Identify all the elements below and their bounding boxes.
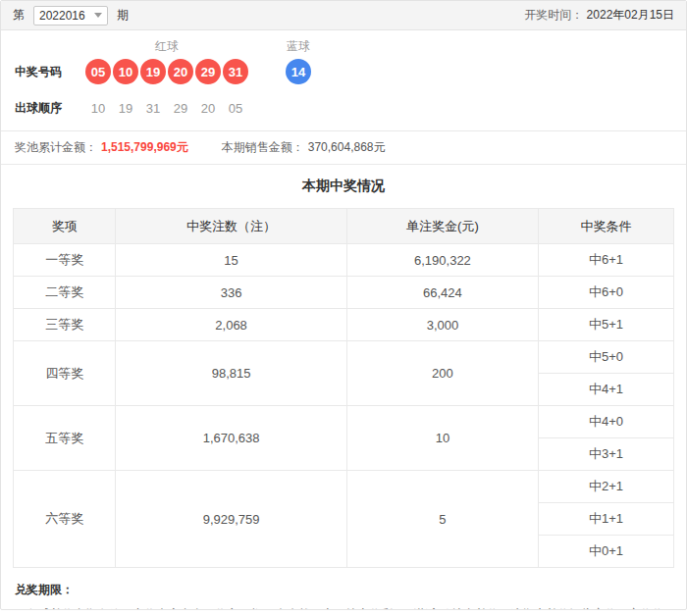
draw-order-number: 19: [113, 101, 138, 116]
prize-table-section: 本期中奖情况 奖项 中奖注数（注） 单注奖金(元) 中奖条件 一等奖 15 6,…: [1, 165, 686, 568]
winning-numbers-section: 红球 蓝球 中奖号码 05 10 19 20 29 31 14 出球顺序 10 …: [1, 30, 686, 118]
prize-condition: 中3+1: [539, 438, 674, 471]
prize-amount: 3,000: [346, 309, 538, 341]
prize-name: 三等奖: [14, 309, 116, 341]
blue-ball: 14: [286, 59, 311, 84]
redemption-notice: 兑奖期限： 双色球兑奖当期有效。中奖者应当自开奖之日起60个自然日内，持中奖彩票…: [1, 568, 686, 610]
column-header-amount: 单注奖金(元): [346, 209, 538, 244]
column-header-count: 中奖注数（注）: [116, 209, 347, 244]
prize-name: 二等奖: [14, 277, 116, 309]
table-row: 五等奖 1,670,638 10 中4+0: [14, 406, 674, 438]
prize-count: 1,670,638: [116, 406, 347, 471]
table-row: 三等奖 2,068 3,000 中5+1: [14, 309, 674, 341]
amounts-row: 奖池累计金额： 1,515,799,969元 本期销售金额： 370,604,8…: [1, 130, 686, 165]
table-row: 一等奖 15 6,190,322 中6+1: [14, 244, 674, 277]
red-balls-group: 05 10 19 20 29 31: [85, 59, 248, 84]
draw-order-label: 出球顺序: [15, 100, 85, 117]
red-ball: 19: [140, 59, 166, 84]
period-suffix-label: 期: [117, 7, 129, 24]
prize-table: 奖项 中奖注数（注） 单注奖金(元) 中奖条件 一等奖 15 6,190,322…: [13, 208, 674, 568]
draw-order-number: 31: [140, 101, 166, 116]
prize-condition: 中6+0: [539, 277, 674, 309]
period-prefix-label: 第: [13, 7, 25, 24]
chevron-down-icon: [94, 13, 102, 18]
prize-amount: 66,424: [346, 277, 538, 309]
prize-name: 六等奖: [14, 471, 116, 568]
sales-amount-label: 本期销售金额：: [222, 139, 304, 156]
prize-condition: 中1+1: [539, 503, 674, 536]
draw-time-label: 开奖时间：: [524, 8, 583, 22]
prize-condition: 中2+1: [539, 471, 674, 503]
red-ball: 20: [168, 59, 193, 84]
draw-order-number: 05: [223, 101, 248, 116]
prize-count: 336: [116, 277, 347, 309]
red-balls-group-label: 红球: [85, 38, 248, 55]
draw-order-number: 20: [195, 101, 221, 116]
prize-count: 9,929,759: [116, 471, 347, 568]
prize-name: 四等奖: [14, 341, 116, 406]
draw-order-number: 29: [168, 101, 193, 116]
column-header-condition: 中奖条件: [539, 209, 674, 244]
draw-order-group: 10 19 31 29 20 05: [85, 101, 248, 116]
redemption-notice-title: 兑奖期限：: [15, 582, 672, 598]
prize-count: 2,068: [116, 309, 347, 341]
red-ball: 10: [113, 59, 138, 84]
table-header-row: 奖项 中奖注数（注） 单注奖金(元) 中奖条件: [14, 209, 674, 244]
prize-condition: 中0+1: [539, 536, 674, 568]
table-row: 二等奖 336 66,424 中6+0: [14, 277, 674, 309]
column-header-prize: 奖项: [14, 209, 116, 244]
prize-name: 一等奖: [14, 244, 116, 277]
draw-order-number: 10: [85, 101, 111, 116]
prize-condition: 中4+0: [539, 406, 674, 438]
table-row: 六等奖 9,929,759 5 中2+1: [14, 471, 674, 503]
prize-amount: 6,190,322: [346, 244, 538, 277]
draw-time: 开奖时间： 2022年02月15日: [524, 7, 674, 24]
prize-amount: 200: [346, 341, 538, 406]
prize-condition: 中6+1: [539, 244, 674, 277]
prize-condition: 中5+1: [539, 309, 674, 341]
prize-count: 15: [116, 244, 347, 277]
red-ball: 31: [223, 59, 248, 84]
prize-condition: 中4+1: [539, 374, 674, 406]
red-ball: 05: [85, 59, 111, 84]
prize-amount: 10: [346, 406, 538, 471]
pool-amount-value: 1,515,799,969元: [101, 139, 188, 156]
redemption-notice-text: 双色球兑奖当期有效。中奖者应当自开奖之日起60个自然日内，持中奖彩票到指定的地点…: [15, 605, 672, 610]
prize-condition: 中5+0: [539, 341, 674, 374]
period-select[interactable]: 2022016: [33, 6, 108, 26]
prize-amount: 5: [346, 471, 538, 568]
top-bar: 第 2022016 期 开奖时间： 2022年02月15日: [1, 1, 686, 30]
prize-count: 98,815: [116, 341, 347, 406]
winning-numbers-label: 中奖号码: [15, 64, 85, 80]
period-select-value: 2022016: [39, 9, 85, 23]
sales-amount-value: 370,604,868元: [308, 139, 386, 156]
draw-time-value: 2022年02月15日: [587, 8, 674, 22]
table-row: 四等奖 98,815 200 中5+0: [14, 341, 674, 374]
blue-ball-group-label: 蓝球: [286, 38, 311, 55]
prize-table-title: 本期中奖情况: [13, 178, 674, 197]
pool-amount-label: 奖池累计金额：: [15, 139, 97, 156]
lottery-result-card: 第 2022016 期 开奖时间： 2022年02月15日 红球 蓝球 中奖号码…: [0, 0, 687, 610]
red-ball: 29: [195, 59, 221, 84]
prize-name: 五等奖: [14, 406, 116, 471]
